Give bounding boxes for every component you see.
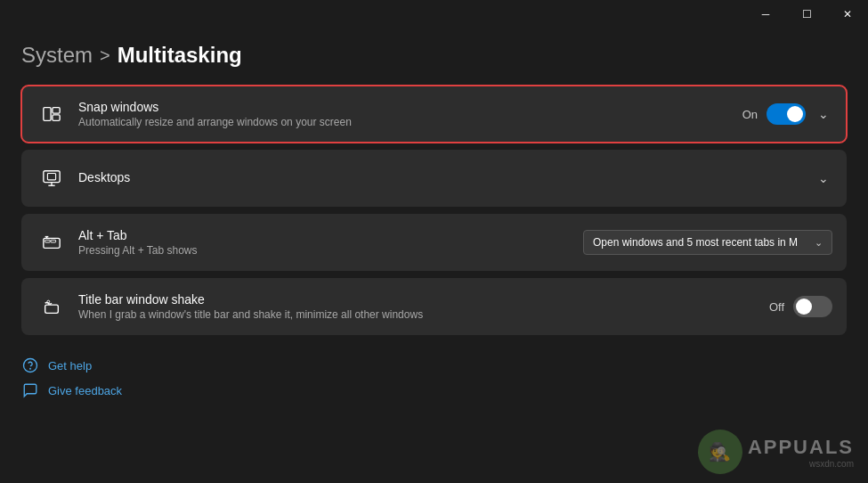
shake-toggle-knob <box>796 299 812 315</box>
alt-tab-dropdown-text: Open windows and 5 most recent tabs in M <box>593 236 807 249</box>
maximize-button[interactable]: ☐ <box>786 0 827 29</box>
shake-toggle-label: Off <box>769 300 784 314</box>
footer: Get help Give feedback <box>21 356 847 399</box>
svg-rect-1 <box>53 108 60 113</box>
shake-text: Title bar window shake When I grab a win… <box>78 292 769 321</box>
snap-toggle-knob <box>787 106 803 122</box>
svg-point-14 <box>47 300 50 303</box>
snap-windows-control: On ⌄ <box>742 103 832 125</box>
breadcrumb: System > Multitasking <box>21 43 847 68</box>
watermark-brand: 🕵️ APPUALS wsxdn.com <box>698 430 854 474</box>
alt-tab-text: Alt + Tab Pressing Alt + Tab shows <box>78 228 583 257</box>
snap-icon <box>42 104 61 124</box>
desktops-icon-wrap <box>36 162 68 194</box>
desktops-text: Desktops <box>78 170 815 186</box>
breadcrumb-current: Multitasking <box>118 43 242 68</box>
watermark-logo: 🕵️ <box>698 430 742 474</box>
breadcrumb-system[interactable]: System <box>21 43 93 68</box>
titlebar-controls: ─ ☐ ✕ <box>745 0 868 29</box>
desktops-control: ⌄ <box>815 169 832 187</box>
svg-rect-9 <box>45 240 51 242</box>
alt-tab-row[interactable]: Alt + Tab Pressing Alt + Tab shows Open … <box>21 214 847 271</box>
alt-tab-title: Alt + Tab <box>78 228 583 242</box>
shake-icon <box>42 297 61 316</box>
snap-toggle-label: On <box>742 108 758 121</box>
snap-toggle[interactable] <box>767 103 806 125</box>
shake-toggle[interactable] <box>793 296 832 317</box>
shake-desc: When I grab a window's title bar and sha… <box>78 308 769 321</box>
watermark-domain: wsxdn.com <box>748 459 854 469</box>
main-content: System > Multitasking Snap windows Autom… <box>0 29 868 413</box>
alt-tab-desc: Pressing Alt + Tab shows <box>78 244 583 257</box>
svg-rect-7 <box>47 174 55 180</box>
snap-windows-text: Snap windows Automatically resize and ar… <box>78 100 742 128</box>
give-feedback-link[interactable]: Give feedback <box>21 381 847 399</box>
svg-rect-10 <box>51 240 56 242</box>
dropdown-arrow-icon: ⌄ <box>815 237 823 249</box>
snap-chevron[interactable]: ⌄ <box>815 105 832 123</box>
svg-point-17 <box>30 368 31 369</box>
watermark: 🕵️ APPUALS wsxdn.com <box>698 430 854 474</box>
desktops-icon <box>42 168 61 188</box>
shake-icon-wrap <box>36 291 68 323</box>
watermark-name: APPUALS <box>748 436 854 459</box>
snap-windows-desc: Automatically resize and arrange windows… <box>78 116 742 128</box>
svg-rect-2 <box>53 115 60 120</box>
svg-rect-0 <box>44 108 51 121</box>
titlebar: ─ ☐ ✕ <box>0 0 868 29</box>
svg-point-16 <box>24 359 37 372</box>
minimize-button[interactable]: ─ <box>745 0 786 29</box>
settings-section: Snap windows Automatically resize and ar… <box>21 86 847 339</box>
desktops-row[interactable]: Desktops ⌄ <box>21 150 847 207</box>
desktops-chevron[interactable]: ⌄ <box>815 169 832 187</box>
alt-tab-icon <box>42 233 61 252</box>
shake-title: Title bar window shake <box>78 292 769 307</box>
svg-rect-13 <box>45 305 59 313</box>
svg-rect-3 <box>44 171 60 183</box>
desktops-title: Desktops <box>78 170 815 184</box>
alt-tab-control: Open windows and 5 most recent tabs in M… <box>583 230 832 255</box>
snap-windows-row[interactable]: Snap windows Automatically resize and ar… <box>21 86 847 143</box>
snap-windows-title: Snap windows <box>78 100 742 114</box>
get-help-icon <box>21 356 39 374</box>
snap-windows-icon <box>36 98 68 130</box>
breadcrumb-separator: > <box>100 45 110 66</box>
get-help-label: Get help <box>48 359 92 372</box>
alt-tab-dropdown[interactable]: Open windows and 5 most recent tabs in M… <box>583 230 832 255</box>
shake-control: Off <box>769 296 832 317</box>
alt-tab-icon-wrap <box>36 226 68 258</box>
give-feedback-label: Give feedback <box>48 384 122 397</box>
close-button[interactable]: ✕ <box>827 0 868 29</box>
get-help-link[interactable]: Get help <box>21 356 847 374</box>
title-bar-shake-row[interactable]: Title bar window shake When I grab a win… <box>21 278 847 335</box>
give-feedback-icon <box>21 381 39 399</box>
